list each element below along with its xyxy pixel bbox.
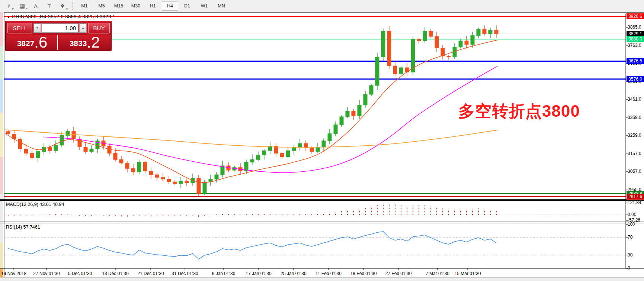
chart-annotation-text: 多空转折点3800 (458, 100, 580, 122)
rsi-tick: 70 (628, 235, 632, 240)
volume-increase-button[interactable]: ▲ (79, 23, 87, 33)
time-tick: 7 Mar 01:30 (426, 271, 449, 276)
symbol-dropdown-arrow-icon[interactable]: ▲ (7, 15, 10, 19)
price-tick: 3865.0 (628, 25, 641, 30)
time-tick: 19 Feb 01:30 (350, 271, 377, 276)
rsi-indicator-label: RSI(14) 57.7461 (6, 225, 40, 230)
rsi-tick: 0 (628, 265, 630, 271)
bid-decimal: .6 (34, 36, 47, 49)
timeframe-MN[interactable]: MN (213, 1, 230, 11)
volume-decrease-button[interactable]: ▼ (33, 23, 41, 33)
time-tick: 27 Nov 01:30 (33, 271, 60, 276)
shapes-arrows-icon[interactable]: ❖▾ (57, 1, 68, 11)
price-badge-3576.0: 3576.0 (627, 76, 644, 82)
ask-price-button[interactable]: 3833.2 (59, 35, 110, 50)
toolbar-separator (72, 1, 73, 10)
price-tick: 3359.0 (628, 115, 641, 120)
price-tick: 3157.0 (628, 151, 641, 156)
timeframe-H4[interactable]: H4 (162, 1, 178, 11)
price-badge-3800.0: 3800.0 (627, 36, 644, 42)
timeframe-M1[interactable]: M1 (76, 1, 93, 11)
time-tick: 21 Dec 01:30 (137, 271, 164, 276)
chart-title-text: CHINA300-,H4 3852.0 3868.4 3825.8 3829.1 (12, 14, 115, 19)
time-tick: 27 Feb 01:30 (385, 271, 412, 276)
drawing-tools-group: ⫽E▦FAT❖▾ (2, 1, 69, 11)
timeframe-group: M1M5M15M30H1H4D1W1MN (76, 1, 230, 11)
ask-integer: 3833 (70, 38, 87, 49)
bid-integer: 3827 (17, 38, 35, 49)
timeframe-W1[interactable]: W1 (196, 1, 212, 11)
one-click-trade-panel: SELL ▼ ▲ BUY 3827.6 3833.2 (5, 21, 112, 51)
fibonacci-grid-icon[interactable]: ▦F (16, 1, 28, 11)
ask-decimal: .2 (87, 36, 100, 49)
price-tick: 3057.0 (628, 169, 641, 174)
time-tick: 9 Jan 01:30 (212, 271, 236, 276)
time-tick: 17 Jan 01:30 (246, 271, 271, 276)
price-tick: 3259.0 (628, 133, 641, 138)
time-tick: 15 Mar 01:30 (455, 271, 481, 276)
volume-input[interactable] (41, 23, 79, 33)
background-window-edge (0, 12, 3, 281)
rsi-tick: 30 (628, 252, 632, 258)
price-badge-3926.6: 3926.6 (627, 13, 644, 19)
price-badge-2917.6: 2917.6 (627, 194, 644, 200)
window-bottom-edge (0, 277, 644, 281)
timeframe-M5[interactable]: M5 (93, 1, 110, 11)
bid-price-button[interactable]: 3827.6 (7, 35, 58, 50)
time-tick: 31 Dec 01:30 (172, 271, 198, 276)
macd-indicator-label: MACD(12,26,9) 43.61 40.94 (6, 202, 64, 207)
time-tick: 13 Dec 01:30 (102, 271, 128, 276)
chart-window (4, 12, 644, 281)
macd-tick: 0.00 (628, 212, 636, 217)
timeframe-D1[interactable]: D1 (179, 1, 195, 11)
buy-button[interactable]: BUY (88, 23, 110, 33)
price-tick: 3461.0 (628, 97, 641, 102)
toolbar: ⫽E▦FAT❖▾ M1M5M15M30H1H4D1W1MN (0, 0, 644, 12)
price-badge-3676.5: 3676.5 (627, 58, 644, 64)
mt4-terminal: ⫽E▦FAT❖▾ M1M5M15M30H1H4D1W1MN ▲CHINA300-… (0, 0, 644, 281)
timeframe-H1[interactable]: H1 (145, 1, 161, 11)
timeframe-M15[interactable]: M15 (110, 1, 127, 11)
time-tick: 5 Dec 01:30 (68, 271, 92, 276)
time-tick: 25 Jan 01:30 (281, 271, 306, 276)
price-tick: 3763.0 (628, 43, 641, 48)
rsi-tick: 100 (628, 222, 635, 227)
time-tick: 19 Nov 2018 (1, 271, 26, 276)
chart-title: ▲CHINA300-,H4 3852.0 3868.4 3825.8 3829.… (7, 14, 115, 19)
text-icon[interactable]: A (30, 1, 42, 11)
timeframe-M30[interactable]: M30 (128, 1, 144, 11)
macd-tick: 121.84 (628, 200, 641, 205)
time-tick: 11 Feb 01:30 (315, 271, 342, 276)
text-label-icon[interactable]: T (43, 1, 55, 11)
sell-button[interactable]: SELL (7, 23, 32, 33)
equidistant-channel-icon[interactable]: ⫽E (3, 1, 15, 11)
